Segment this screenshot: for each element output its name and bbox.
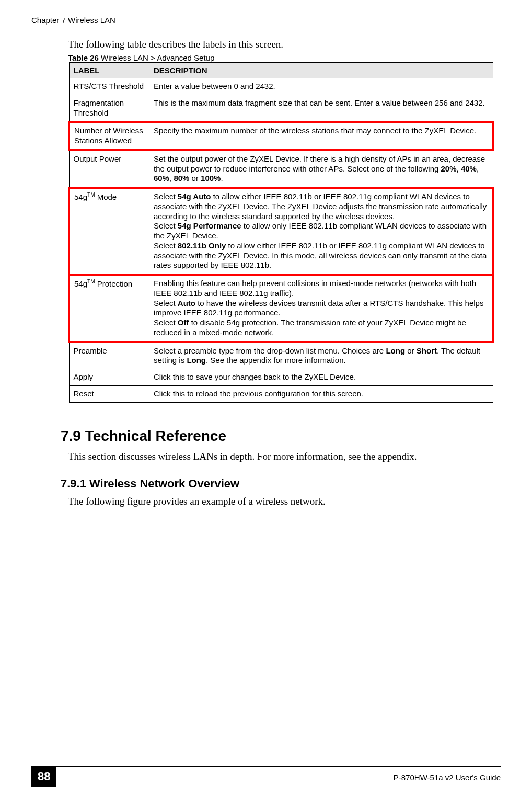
table-header-row: LABEL DESCRIPTION xyxy=(69,63,493,78)
row-description: Select 54g Auto to allow either IEEE 802… xyxy=(149,188,493,275)
row-label: Apply xyxy=(69,369,149,386)
row-description: Click this to reload the previous config… xyxy=(149,385,493,402)
section-7-9-heading: 7.9 Technical Reference xyxy=(61,428,501,445)
row-label: 54gTM Mode xyxy=(69,188,149,275)
config-table: LABEL DESCRIPTION RTS/CTS ThresholdEnter… xyxy=(68,62,494,403)
col-header-description: DESCRIPTION xyxy=(149,63,493,78)
col-header-label: LABEL xyxy=(69,63,149,78)
table-row: 54gTM ProtectionEnabling this feature ca… xyxy=(69,275,493,342)
table-row: ApplyClick this to save your changes bac… xyxy=(69,369,493,386)
section-7-9-body: This section discusses wireless LANs in … xyxy=(68,451,501,462)
row-description: Enter a value between 0 and 2432. xyxy=(149,78,493,95)
row-description: Click this to save your changes back to … xyxy=(149,369,493,386)
table-title: Wireless LAN > Advanced Setup xyxy=(99,53,214,62)
table-row: 54gTM ModeSelect 54g Auto to allow eithe… xyxy=(69,188,493,275)
guide-name: P-870HW-51a v2 User's Guide xyxy=(394,770,501,782)
row-label: RTS/CTS Threshold xyxy=(69,78,149,95)
table-row: Output PowerSet the output power of the … xyxy=(69,150,493,188)
page-number: 88 xyxy=(31,767,56,787)
chapter-header: Chapter 7 Wireless LAN xyxy=(31,16,501,27)
table-row: Number of Wireless Stations AllowedSpeci… xyxy=(69,122,493,150)
table-row: Fragmentation ThresholdThis is the maxim… xyxy=(69,95,493,122)
row-description: Set the output power of the ZyXEL Device… xyxy=(149,150,493,188)
row-label: Fragmentation Threshold xyxy=(69,95,149,122)
table-row: PreambleSelect a preamble type from the … xyxy=(69,342,493,369)
table-row: ResetClick this to reload the previous c… xyxy=(69,385,493,402)
table-number: Table 26 xyxy=(68,53,99,62)
table-intro-text: The following table describes the labels… xyxy=(68,39,501,50)
row-description: Enabling this feature can help prevent c… xyxy=(149,275,493,342)
section-7-9-1-heading: 7.9.1 Wireless Network Overview xyxy=(61,477,501,491)
row-label: Output Power xyxy=(69,150,149,188)
page-footer: 88 P-870HW-51a v2 User's Guide xyxy=(31,766,501,787)
table-caption: Table 26 Wireless LAN > Advanced Setup xyxy=(68,53,501,62)
row-description: Specify the maximum number of the wirele… xyxy=(149,122,493,150)
row-description: Select a preamble type from the drop-dow… xyxy=(149,342,493,369)
row-label: Number of Wireless Stations Allowed xyxy=(69,122,149,150)
row-label: 54gTM Protection xyxy=(69,275,149,342)
section-7-9-1-body: The following figure provides an example… xyxy=(68,496,501,507)
row-label: Reset xyxy=(69,385,149,402)
table-row: RTS/CTS ThresholdEnter a value between 0… xyxy=(69,78,493,95)
row-description: This is the maximum data fragment size t… xyxy=(149,95,493,122)
row-label: Preamble xyxy=(69,342,149,369)
